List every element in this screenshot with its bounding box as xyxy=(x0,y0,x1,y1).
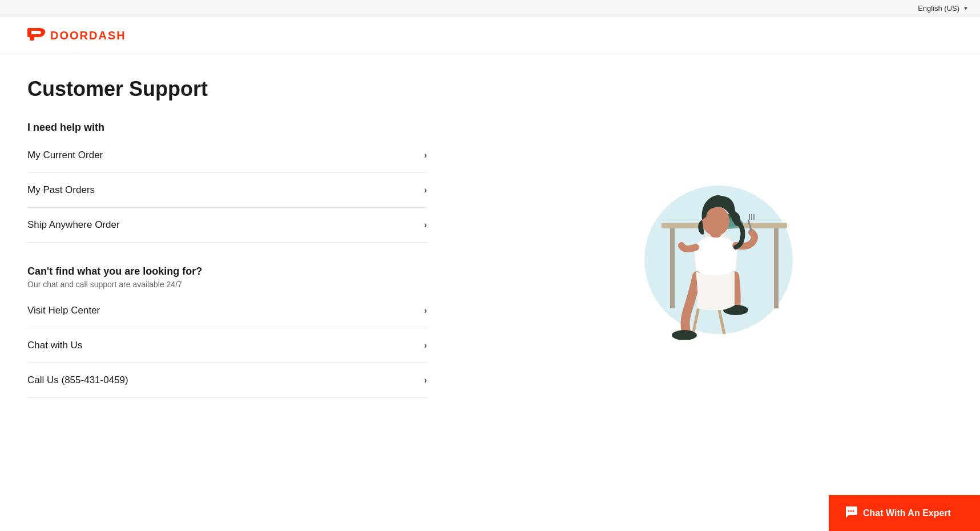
menu-item-label: Call Us (855-431-0459) xyxy=(27,375,128,386)
svg-point-21 xyxy=(850,510,852,512)
support-illustration xyxy=(604,100,798,340)
logo[interactable]: DOORDASH xyxy=(27,27,953,43)
menu-item-label: My Current Order xyxy=(27,150,103,161)
menu-item-chat-us[interactable]: Chat with Us › xyxy=(27,328,427,363)
header: DOORDASH xyxy=(0,17,980,54)
language-selector[interactable]: English (US) ▼ xyxy=(918,4,969,13)
logo-text: DOORDASH xyxy=(50,29,126,42)
help-menu-list: My Current Order › My Past Orders › Ship… xyxy=(27,138,427,243)
chevron-right-icon: › xyxy=(424,150,427,160)
menu-item-call-us[interactable]: Call Us (855-431-0459) › xyxy=(27,363,427,398)
right-panel xyxy=(450,77,953,398)
menu-item-past-orders[interactable]: My Past Orders › xyxy=(27,173,427,208)
chat-expert-label: Chat With An Expert xyxy=(863,508,951,518)
chat-expert-button[interactable]: Chat With An Expert xyxy=(829,495,980,531)
menu-item-label: Visit Help Center xyxy=(27,305,100,316)
menu-item-ship-anywhere[interactable]: Ship Anywhere Order › xyxy=(27,208,427,243)
page-title: Customer Support xyxy=(27,77,427,101)
chevron-right-icon: › xyxy=(424,220,427,230)
support-menu-list: Visit Help Center › Chat with Us › Call … xyxy=(27,293,427,398)
svg-rect-2 xyxy=(670,228,675,308)
help-section-label: I need help with xyxy=(27,122,427,134)
menu-item-label: Ship Anywhere Order xyxy=(27,219,120,231)
doordash-logo-icon xyxy=(27,27,46,43)
main-content: Customer Support I need help with My Cur… xyxy=(0,54,980,421)
menu-item-current-order[interactable]: My Current Order › xyxy=(27,138,427,173)
svg-rect-3 xyxy=(774,228,779,308)
left-panel: Customer Support I need help with My Cur… xyxy=(27,77,427,398)
cant-find-title: Can't find what you are looking for? xyxy=(27,266,427,277)
chevron-right-icon: › xyxy=(424,340,427,351)
menu-item-label: My Past Orders xyxy=(27,184,95,196)
menu-item-help-center[interactable]: Visit Help Center › xyxy=(27,293,427,328)
svg-point-22 xyxy=(853,510,854,512)
chevron-right-icon: › xyxy=(424,185,427,195)
chevron-right-icon: › xyxy=(424,375,427,385)
chevron-down-icon: ▼ xyxy=(963,5,969,11)
top-bar: English (US) ▼ xyxy=(0,0,980,17)
menu-item-label: Chat with Us xyxy=(27,340,82,351)
chat-bubble-icon xyxy=(845,505,857,521)
chevron-right-icon: › xyxy=(424,305,427,316)
cant-find-section: Can't find what you are looking for? Our… xyxy=(27,266,427,289)
cant-find-subtitle: Our chat and call support are available … xyxy=(27,280,427,289)
language-label: English (US) xyxy=(918,4,959,13)
svg-point-20 xyxy=(848,510,850,512)
